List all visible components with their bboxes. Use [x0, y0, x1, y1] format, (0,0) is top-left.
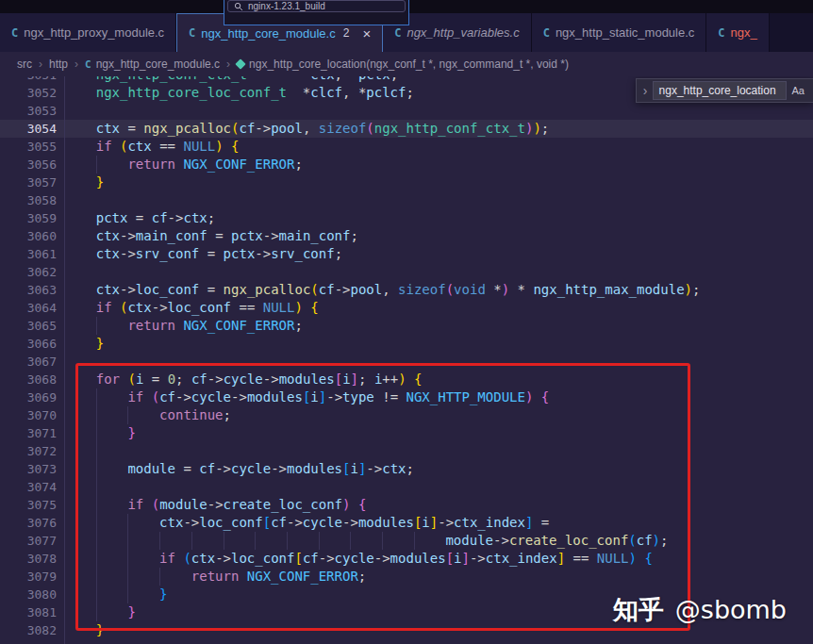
indent-guide — [350, 532, 382, 550]
code-line[interactable]: 3062 — [0, 263, 813, 281]
code-line[interactable]: 3060 ctx->main_conf = pctx->main_conf; — [0, 227, 813, 245]
code-text: ctx->loc_conf[cf->cycle->modules[i]->ctx… — [64, 514, 549, 532]
line-number[interactable]: 3077 — [0, 532, 64, 550]
line-number[interactable]: 3075 — [0, 496, 64, 514]
symbol-method-icon — [235, 58, 245, 69]
code-text: module = cf->cycle->modules[i]->ctx; — [64, 460, 414, 478]
line-number[interactable]: 3065 — [0, 317, 64, 335]
indent-guide — [64, 317, 96, 335]
line-number[interactable]: 3054 — [0, 120, 64, 138]
line-number[interactable]: 3053 — [0, 102, 64, 120]
line-number[interactable]: 3067 — [0, 353, 64, 371]
code-line[interactable]: 3072 — [0, 442, 813, 460]
line-number[interactable]: 3074 — [0, 478, 64, 496]
code-line[interactable]: 3070 continue; — [0, 406, 813, 424]
code-text: pctx = cf->ctx; — [64, 209, 215, 227]
tab-ngx-http-static-module-c[interactable]: Cngx_http_static_module.c — [532, 13, 707, 52]
line-number[interactable]: 3066 — [0, 335, 64, 353]
line-number[interactable]: 3064 — [0, 299, 64, 317]
line-number[interactable]: 3061 — [0, 245, 64, 263]
tab-ngx-http-proxy-module-c[interactable]: Cngx_http_proxy_module.c — [0, 13, 176, 52]
code-lines: 3051 ngx_http_conf_ctx_t *ctx, *pctx;305… — [0, 76, 813, 644]
code-line[interactable]: 3066 } — [0, 335, 813, 353]
code-line[interactable]: 3054 ctx = ngx_pcalloc(cf->pool, sizeof(… — [0, 120, 813, 138]
indent-guide — [64, 120, 96, 138]
code-line[interactable]: 3057 } — [0, 173, 813, 191]
breadcrumb-item-2[interactable]: Cngx_http_core_module.c — [85, 58, 220, 71]
indent-guide — [382, 532, 414, 550]
match-case-button[interactable]: Aa — [792, 85, 805, 96]
line-number[interactable]: 3063 — [0, 281, 64, 299]
command-center[interactable]: nginx-1.23.1_build — [224, 0, 409, 25]
line-number[interactable]: 3059 — [0, 209, 64, 227]
line-number[interactable]: 3082 — [0, 621, 64, 639]
code-line[interactable]: 3061 ctx->srv_conf = pctx->srv_conf; — [0, 245, 813, 263]
code-line[interactable]: 3083 — [0, 639, 813, 644]
line-number[interactable]: 3070 — [0, 406, 64, 424]
code-line[interactable]: 3053 — [0, 102, 813, 120]
code-text: if (ctx->loc_conf[cf->cycle->modules[i]-… — [64, 550, 653, 568]
indent-guide — [64, 550, 96, 568]
breadcrumb-item-1[interactable]: http — [49, 58, 68, 71]
code-line[interactable]: 3063 ctx->loc_conf = ngx_pcalloc(cf->poo… — [0, 281, 813, 299]
breadcrumb: src›http›Cngx_http_core_module.c›ngx_htt… — [0, 52, 813, 76]
line-number[interactable]: 3055 — [0, 138, 64, 156]
breadcrumb-item-0[interactable]: src — [17, 58, 32, 71]
indent-guide — [64, 263, 96, 281]
line-number[interactable]: 3057 — [0, 173, 64, 191]
line-number[interactable]: 3078 — [0, 550, 64, 568]
line-number[interactable]: 3062 — [0, 263, 64, 281]
line-number[interactable]: 3058 — [0, 191, 64, 209]
indent-guide — [319, 532, 351, 550]
line-number[interactable]: 3083 — [0, 639, 64, 644]
code-line[interactable]: 3079 return NGX_CONF_ERROR; — [0, 568, 813, 586]
code-line[interactable]: 3056 return NGX_CONF_ERROR; — [0, 156, 813, 173]
chevron-right-icon[interactable]: › — [639, 84, 653, 97]
code-line[interactable]: 3077 module->create_loc_conf(cf); — [0, 532, 813, 550]
indent-guide — [64, 335, 96, 353]
line-number[interactable]: 3076 — [0, 514, 64, 532]
line-number[interactable]: 3072 — [0, 442, 64, 460]
indent-guide — [64, 156, 96, 173]
code-line[interactable]: 3059 pctx = cf->ctx; — [0, 209, 813, 227]
tab-label: ngx_http_variables.c — [406, 25, 519, 40]
code-line[interactable]: 3065 return NGX_CONF_ERROR; — [0, 317, 813, 335]
code-editor[interactable]: 3051 ngx_http_conf_ctx_t *ctx, *pctx;305… — [0, 76, 813, 644]
line-number[interactable]: 3052 — [0, 84, 64, 102]
code-line[interactable]: 3055 if (ctx == NULL) { — [0, 138, 813, 156]
line-number[interactable]: 3080 — [0, 586, 64, 603]
code-line[interactable]: 3068 for (i = 0; cf->cycle->modules[i]; … — [0, 371, 813, 388]
tab-ngx[interactable]: Cngx_ — [706, 13, 769, 52]
command-center-search[interactable]: nginx-1.23.1_build — [227, 0, 406, 12]
indent-guide — [64, 568, 96, 586]
code-text — [64, 263, 96, 281]
line-number[interactable]: 3060 — [0, 227, 64, 245]
code-line[interactable]: 3074 — [0, 478, 813, 496]
breadcrumb-item-3[interactable]: ngx_http_core_location(ngx_conf_t *, ngx… — [237, 58, 569, 71]
code-line[interactable]: 3067 — [0, 353, 813, 371]
code-line[interactable]: 3076 ctx->loc_conf[cf->cycle->modules[i]… — [0, 514, 813, 532]
code-line[interactable]: 3078 if (ctx->loc_conf[cf->cycle->module… — [0, 550, 813, 568]
line-number[interactable]: 3071 — [0, 424, 64, 442]
line-number[interactable]: 3068 — [0, 371, 64, 388]
code-line[interactable]: 3064 if (ctx->loc_conf == NULL) { — [0, 299, 813, 317]
indent-guide — [64, 478, 96, 496]
line-number[interactable]: 3069 — [0, 388, 64, 406]
indent-guide — [191, 532, 224, 550]
c-file-icon: C — [85, 58, 91, 71]
breadcrumb-label: src — [17, 58, 32, 71]
code-line[interactable]: 3073 module = cf->cycle->modules[i]->ctx… — [0, 460, 813, 478]
code-line[interactable]: 3075 if (module->create_loc_conf) { — [0, 496, 813, 514]
line-number[interactable]: 3051 — [0, 76, 64, 84]
code-line[interactable]: 3058 — [0, 191, 813, 209]
code-text: } — [64, 603, 136, 621]
code-line[interactable]: 3071 } — [0, 424, 813, 442]
line-number[interactable]: 3073 — [0, 460, 64, 478]
find-input[interactable]: ngx_http_core_location — [653, 81, 787, 100]
line-number[interactable]: 3056 — [0, 156, 64, 173]
code-text — [64, 478, 127, 496]
line-number[interactable]: 3079 — [0, 568, 64, 586]
close-icon[interactable]: × — [362, 26, 371, 41]
code-line[interactable]: 3069 if (cf->cycle->modules[i]->type != … — [0, 388, 813, 406]
line-number[interactable]: 3081 — [0, 603, 64, 621]
